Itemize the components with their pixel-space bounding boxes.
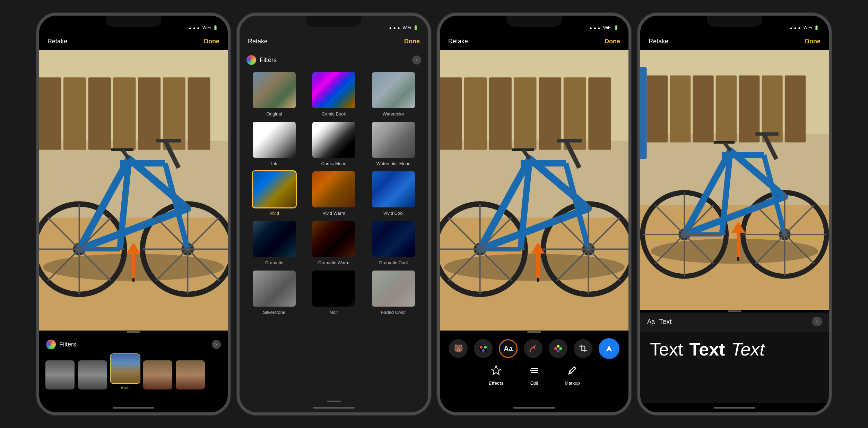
filter-item-comicmono[interactable]: Comic Mono [305,119,363,168]
draw-tool[interactable] [524,339,542,358]
text-aa-label: Aa [647,318,655,325]
filter-thumb-img-1[interactable] [77,360,108,390]
text-header-4: Aa Text × [640,317,829,326]
filter-item-dramaticwarm[interactable]: Dramatic Warm [305,219,363,267]
filter-name-comicbook: Comic Book [322,111,346,117]
action-row-3[interactable]: Effects Edit [487,362,581,386]
filters-grid[interactable]: Original Comic Book Watercolor Ink [240,68,428,318]
filter-img-ink[interactable] [252,121,297,159]
filter-item-silverstone[interactable]: Silverstone [245,268,303,316]
filter-img-vividcool[interactable] [371,170,416,208]
top-nav-4: Retake Done [640,32,829,50]
text-tool[interactable]: Aa [499,339,518,358]
filters-panel-close[interactable]: × [412,55,421,65]
text-style-regular: Text [650,339,683,360]
send-button-3[interactable] [599,338,619,359]
filter-img-watercolormono[interactable] [371,121,416,159]
filter-thumbnails-1[interactable]: Vivid [39,352,228,392]
retake-button-3[interactable]: Retake [448,38,468,45]
top-nav-2: Retake Done [240,32,428,50]
status-icons-1: ▲▲▲ WiFi 🔋 [188,25,218,30]
filter-img-noir[interactable] [311,269,356,308]
filter-thumb-1[interactable] [77,360,108,390]
filter-item-dramaticcool[interactable]: Dramatic Cool [364,219,423,267]
filter-item-vividcool[interactable]: Vivid Cool [364,169,423,217]
svg-point-68 [480,346,483,349]
filter-item-noir[interactable]: Noir [305,268,363,316]
signal-icon-3: ▲▲▲ [589,25,601,30]
markup-action[interactable]: Markup [564,362,581,386]
svg-rect-5 [113,77,136,150]
filter-thumb-3[interactable] [142,360,173,390]
bike-image-4 [640,50,829,310]
done-button-1[interactable]: Done [204,38,219,45]
status-icons-3: ▲▲▲ WiFi 🔋 [589,25,619,30]
filter-img-vividwarm[interactable] [311,170,356,208]
text-panel-4[interactable]: Aa Text × Text Text Text [640,313,829,403]
filter-item-comicbook[interactable]: Comic Book [305,70,363,118]
phone-1: ▲▲▲ WiFi 🔋 Retake Done [36,13,231,415]
filters-icon-1 [46,340,56,349]
filter-img-dramatic[interactable] [252,220,297,258]
filter-thumb-img-3[interactable] [142,360,173,390]
done-button-3[interactable]: Done [605,38,620,45]
done-button-2[interactable]: Done [404,38,420,45]
filters-icon-2 [246,55,256,65]
svg-rect-2 [39,77,61,150]
filter-thumb-img-4[interactable] [175,360,206,390]
svg-rect-36 [464,77,487,150]
markup-toolbar-3[interactable]: 🐻 Aa [440,333,628,403]
filter-name-dramatic: Dramatic [265,260,283,265]
filter-img-comicbook[interactable] [311,71,356,109]
wifi-icon-2: WiFi [403,25,411,30]
wifi-icon-4: WiFi [804,25,812,30]
filter-img-fadedcolor[interactable] [371,269,416,308]
scroll-thumb-2 [327,401,341,402]
filter-img-dramaticwarm[interactable] [311,220,356,258]
filter-img-silverstone[interactable] [252,269,297,308]
home-bar-2 [240,403,428,412]
filter-thumb-4[interactable] [175,360,206,390]
done-button-4[interactable]: Done [805,38,821,45]
retake-button-2[interactable]: Retake [248,38,268,45]
filter-item-vivid[interactable]: Vivid [245,169,303,217]
status-icons-2: ▲▲▲ WiFi 🔋 [388,25,418,30]
effects-action[interactable]: Effects [487,362,505,386]
status-bar-1: ▲▲▲ WiFi 🔋 [39,16,228,32]
text-panel-close[interactable]: × [812,317,822,326]
filter-item-original[interactable]: Original [245,70,303,118]
filter-img-watercolor[interactable] [371,71,416,109]
filter-item-fadedcolor[interactable]: Faded Color [364,268,423,316]
filters-close-1[interactable]: × [212,340,221,349]
filter-thumb-0[interactable] [45,360,75,390]
effects-tool[interactable] [549,339,567,358]
filter-item-vividwarm[interactable]: Vivid Warm [305,169,363,217]
filter-img-comicmono[interactable] [311,121,356,159]
tool-row-3[interactable]: 🐻 Aa [442,338,626,359]
color-tool[interactable] [474,339,493,358]
filters-toolbar-1[interactable]: Filters × Vivid [39,333,228,403]
filter-item-dramatic[interactable]: Dramatic [245,219,303,267]
crop-tool[interactable] [574,339,592,358]
arrow-indicator-1 [127,242,140,282]
filter-thumb-2[interactable]: Vivid [110,353,140,390]
retake-button-4[interactable]: Retake [649,38,668,45]
status-bar-2: ▲▲▲ WiFi 🔋 [240,16,428,32]
filter-name-watercolor: Watercolor [383,111,404,117]
camera-view-4 [640,50,829,310]
filter-img-original[interactable] [252,71,297,109]
filter-thumb-img-0[interactable] [45,360,75,390]
filter-thumb-img-selected[interactable] [110,353,140,384]
retake-button-1[interactable]: Retake [47,38,67,45]
filter-item-watercolor[interactable]: Watercolor [364,70,423,118]
filter-name-vividcool: Vivid Cool [383,211,403,216]
filter-img-dramaticcool[interactable] [371,220,416,258]
edit-action[interactable]: Edit [526,362,543,386]
filter-name-fadedcolor: Faded Color [381,310,406,315]
filter-img-vivid[interactable] [252,170,297,208]
sticker-tool[interactable]: 🐻 [449,339,468,358]
filter-item-watercolormono[interactable]: Watercolor Mono [364,119,423,168]
svg-rect-8 [188,77,210,150]
svg-rect-83 [670,75,691,142]
filter-item-ink[interactable]: Ink [245,119,303,168]
